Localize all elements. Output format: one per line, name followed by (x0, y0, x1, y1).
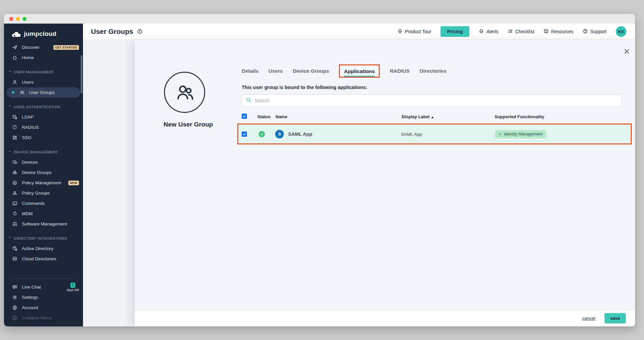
terminal-icon (12, 201, 18, 206)
laptop-icon (12, 221, 18, 227)
check-icon (499, 132, 502, 136)
support-button[interactable]: Support (583, 29, 606, 35)
sidebar-item-devices[interactable]: Devices (4, 157, 83, 167)
alerts-button[interactable]: Alerts (479, 29, 498, 35)
sidebar-item-device-groups[interactable]: Device Groups (4, 167, 83, 178)
save-button[interactable]: save (604, 313, 626, 323)
chat-bubble-icon (12, 284, 18, 290)
sidebar-item-active-directory[interactable]: Active Directory (4, 243, 83, 254)
sidebar-item-label: Live Chat (22, 285, 41, 290)
sidebar-item-label: Active Directory (22, 246, 53, 251)
sidebar-item-home[interactable]: Home (4, 52, 83, 63)
policy-target-icon (12, 180, 18, 186)
sidebar-item-sso[interactable]: SSO (4, 132, 83, 143)
sidebar: jumpcloud Discover GET STARTED Home USER… (4, 24, 83, 326)
group-avatar-circle (164, 72, 205, 113)
cloud-directories-icon (12, 256, 18, 262)
sidebar-item-label: Settings (22, 295, 38, 300)
logo-text: jumpcloud (24, 30, 56, 38)
sidebar-section-user-management[interactable]: USER MANAGEMENT (4, 67, 83, 77)
checklist-icon (508, 29, 513, 35)
sidebar-item-radius[interactable]: RADIUS (4, 122, 83, 132)
top-navigation: Product Tour Pricing Alerts Checklist Re… (397, 26, 626, 37)
jumpcloud-logo: jumpcloud (4, 24, 83, 42)
sidebar-item-account[interactable]: Account (4, 302, 83, 313)
home-icon (12, 55, 18, 60)
policy-groups-icon (12, 190, 18, 196)
sidebar-item-live-chat[interactable]: Live Chat 1 days left (4, 282, 83, 292)
sidebar-item-label: SSO (22, 135, 32, 140)
bell-tour-icon (397, 29, 403, 35)
sidebar-item-discover[interactable]: Discover GET STARTED (4, 42, 83, 52)
pricing-button[interactable]: Pricing (441, 26, 469, 37)
column-header-name[interactable]: Name (276, 114, 287, 119)
rocket-icon (12, 44, 18, 50)
sidebar-item-label: Commands (22, 201, 45, 206)
sidebar-item-label: Policy Groups (22, 191, 50, 196)
active-indicator-dot (12, 91, 14, 94)
table-row-saml-app[interactable]: S SAML App SAML App Identity Management (237, 124, 632, 144)
tab-radius[interactable]: RADIUS (390, 68, 409, 74)
collapse-arrow-icon (12, 315, 18, 321)
tab-device-groups[interactable]: Device Groups (293, 68, 329, 74)
sidebar-item-label: LDAP (22, 115, 34, 120)
sidebar-item-software-management[interactable]: Software Management (4, 219, 83, 229)
user-avatar[interactable]: KK (616, 26, 626, 37)
sidebar-item-label: Discover (22, 45, 40, 50)
close-icon[interactable] (623, 48, 630, 55)
cancel-button[interactable]: cancel (582, 316, 595, 321)
user-group-large-icon (174, 82, 195, 103)
applications-search-input[interactable] (255, 98, 621, 103)
sidebar-section-directory-integrations[interactable]: DIRECTORY INTEGRATIONS (4, 233, 83, 243)
question-circle-icon (583, 29, 588, 35)
search-icon (246, 97, 251, 104)
column-header-display-label[interactable]: Display Label (402, 114, 434, 119)
sidebar-item-policy-management[interactable]: Policy Management NEW (4, 178, 83, 188)
sidebar-divider (9, 278, 78, 279)
close-window-button[interactable] (9, 17, 13, 21)
sidebar-item-label: Software Management (22, 221, 67, 226)
bell-icon (479, 29, 484, 35)
days-left-count: 1 (70, 283, 75, 288)
zoom-window-button[interactable] (23, 17, 27, 21)
group-name: New User Group (135, 121, 242, 128)
sidebar-item-users[interactable]: Users (4, 77, 83, 87)
sidebar-item-user-groups[interactable]: User Groups (7, 87, 80, 98)
sidebar-item-ldap[interactable]: LDAP (4, 112, 83, 122)
row-checkbox[interactable] (242, 131, 247, 137)
sidebar-item-commands[interactable]: Commands (4, 198, 83, 209)
active-directory-icon (12, 246, 18, 251)
chevron-down-icon (8, 149, 12, 155)
column-header-supported-functionality[interactable]: Supported Functionality (495, 114, 544, 119)
checklist-button[interactable]: Checklist (508, 29, 534, 35)
applications-tab-highlight-box: Applications (339, 64, 380, 78)
user-icon (12, 79, 18, 85)
sidebar-item-mdm[interactable]: MDM (4, 209, 83, 219)
tab-directories[interactable]: Directories (420, 68, 446, 74)
info-icon[interactable] (137, 29, 142, 34)
book-icon (543, 29, 549, 35)
tab-users[interactable]: Users (269, 68, 283, 74)
column-header-status[interactable]: Status (257, 114, 271, 119)
tab-applications[interactable]: Applications (344, 68, 375, 77)
sidebar-item-label: MDM (22, 211, 33, 216)
user-group-icon (19, 90, 25, 95)
sidebar-scrollbar[interactable] (81, 55, 82, 93)
sidebar-item-settings[interactable]: Settings (4, 292, 83, 302)
product-tour-button[interactable]: Product Tour (397, 29, 431, 35)
sidebar-item-collapse-menu[interactable]: Collapse Menu (4, 313, 83, 323)
device-group-icon (12, 170, 18, 175)
app-name: SAML App (288, 131, 312, 137)
tab-details[interactable]: Details (242, 68, 259, 74)
sidebar-item-label: Account (22, 305, 38, 310)
resources-button[interactable]: Resources (543, 29, 573, 35)
sidebar-section-user-authentication[interactable]: USER AUTHENTICATION (4, 102, 83, 112)
select-all-checkbox[interactable] (242, 114, 247, 119)
radius-dial-icon (12, 125, 18, 130)
sidebar-item-policy-groups[interactable]: Policy Groups (4, 188, 83, 198)
sidebar-item-cloud-directories[interactable]: Cloud Directories (4, 254, 83, 264)
sidebar-item-label: Collapse Menu (22, 315, 52, 320)
account-circle-icon (12, 305, 18, 310)
sidebar-section-device-management[interactable]: DEVICE MANAGEMENT (4, 147, 83, 157)
minimize-window-button[interactable] (16, 17, 20, 21)
